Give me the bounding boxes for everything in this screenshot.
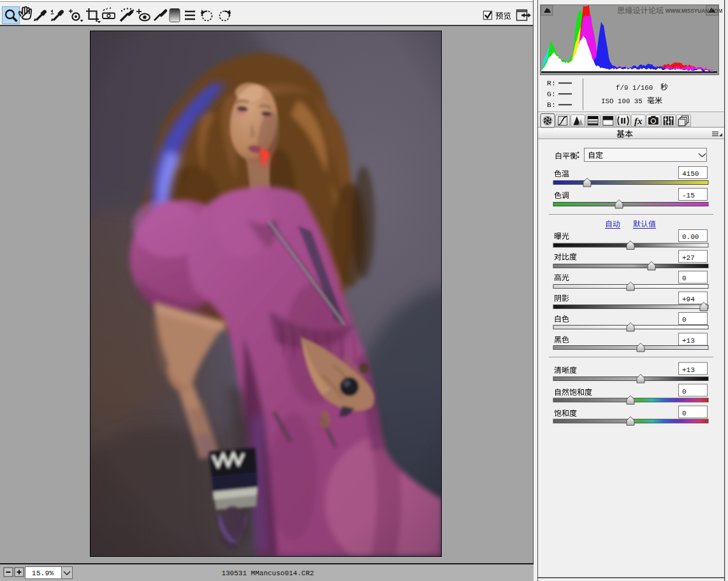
svg-text:0: 0	[682, 316, 687, 324]
svg-text:15.9%: 15.9%	[32, 569, 54, 577]
svg-text:R:: R:	[547, 79, 556, 87]
svg-text:+94: +94	[682, 296, 695, 303]
svg-text:B:: B:	[547, 101, 556, 109]
svg-text:0.00: 0.00	[682, 233, 699, 241]
svg-text:0: 0	[682, 410, 687, 417]
svg-text:-15: -15	[682, 192, 695, 199]
svg-text:fx: fx	[634, 116, 643, 126]
svg-text:0: 0	[682, 275, 687, 282]
svg-text:f/9 1/160: f/9 1/160	[616, 84, 653, 92]
svg-text:ISO 100 35: ISO 100 35	[601, 97, 643, 105]
svg-text:+13: +13	[682, 337, 695, 345]
svg-text:+27: +27	[682, 254, 695, 262]
svg-text:130531 MMancuso014.CR2: 130531 MMancuso014.CR2	[221, 570, 314, 577]
svg-text:G:: G:	[547, 90, 556, 98]
svg-text:4150: 4150	[682, 170, 699, 178]
svg-text:WWW.MISSYUAN.COM: WWW.MISSYUAN.COM	[666, 8, 722, 14]
svg-text:0: 0	[682, 388, 687, 396]
svg-text:+13: +13	[682, 366, 695, 374]
